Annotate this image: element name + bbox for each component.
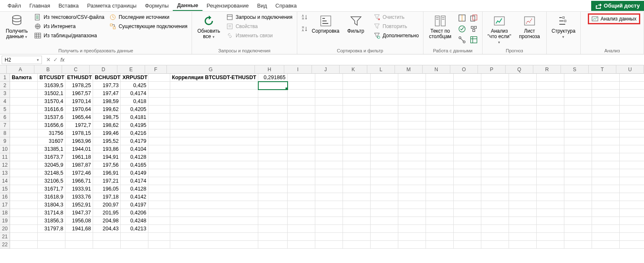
cell[interactable] [170,225,258,233]
cell[interactable] [426,185,454,193]
cell[interactable] [398,193,426,201]
cell[interactable] [454,113,481,121]
cell[interactable] [315,145,343,153]
cell[interactable] [10,121,38,129]
cell[interactable] [258,169,288,177]
cell[interactable] [10,241,38,249]
cell[interactable] [170,201,258,209]
cell[interactable] [537,129,564,137]
cell[interactable] [481,153,509,161]
cell[interactable] [148,201,170,209]
cell[interactable] [564,233,592,241]
cell[interactable] [288,129,315,137]
reapply-button[interactable]: Повторить [373,23,420,30]
forecast-sheet-button[interactable]: Лист прогноза [516,13,543,40]
cell[interactable] [315,233,343,241]
cell[interactable] [537,217,564,225]
cell[interactable] [315,106,343,113]
cell[interactable] [288,145,315,153]
cell[interactable] [258,113,288,121]
cell[interactable] [454,185,481,193]
cell[interactable] [620,169,644,177]
cell[interactable] [148,161,170,169]
cell[interactable] [481,241,509,249]
cell[interactable]: 0,4149 [121,169,148,177]
col-header[interactable]: C [62,65,90,74]
cell[interactable]: 0,4174 [121,90,148,98]
cell[interactable] [315,82,343,90]
cell[interactable] [121,241,148,249]
cell[interactable] [288,113,315,121]
cell[interactable] [564,74,592,82]
cell[interactable] [564,153,592,161]
cell[interactable] [620,121,644,129]
cancel-formula-icon[interactable]: ✕ [46,57,51,63]
cell[interactable] [343,241,371,249]
cell[interactable] [454,217,481,225]
cell[interactable]: 1952,91 [65,201,93,209]
cell[interactable]: 0,4128 [121,153,148,161]
cell[interactable] [148,241,170,249]
cell[interactable]: 1965,44 [65,113,93,121]
menu-tab-файл[interactable]: Файл [3,1,25,10]
cell[interactable] [93,233,121,241]
cell[interactable] [315,121,343,129]
row-header[interactable]: 7 [0,121,10,129]
row-header[interactable]: 12 [0,161,10,169]
cell[interactable]: 1947,37 [65,209,93,217]
cell[interactable] [398,225,426,233]
cell[interactable] [398,74,426,82]
cell[interactable]: 31385,1 [38,145,65,153]
cell[interactable]: 1961,18 [65,153,93,161]
cell[interactable] [537,169,564,177]
cell[interactable] [38,241,65,249]
cell[interactable] [620,129,644,137]
cell[interactable] [398,121,426,129]
cell[interactable] [315,113,343,121]
cell[interactable] [10,129,38,137]
cell[interactable] [371,113,398,121]
cell[interactable] [620,106,644,113]
cell[interactable] [426,82,454,90]
cell[interactable]: 1933,91 [65,185,93,193]
cell[interactable] [426,137,454,145]
cell[interactable] [481,177,509,185]
cell[interactable] [537,177,564,185]
cell[interactable] [592,113,620,121]
cell[interactable] [398,161,426,169]
sort-asc-button[interactable]: AЯ [301,13,309,21]
cell[interactable] [343,129,371,137]
cell[interactable] [315,137,343,145]
cell[interactable] [592,217,620,225]
cell[interactable] [620,145,644,153]
consolidate-button[interactable] [469,24,479,34]
cell[interactable] [10,90,38,98]
cell[interactable] [148,177,170,185]
cell[interactable]: 31618,9 [38,193,65,201]
cell[interactable]: 196,91 [93,169,121,177]
cell[interactable] [93,241,121,249]
cell[interactable] [592,169,620,177]
cell[interactable]: 31856,3 [38,217,65,225]
row-header[interactable]: 2 [0,82,10,90]
cell[interactable] [170,217,258,225]
row-header[interactable]: 18 [0,209,10,217]
cell[interactable] [620,201,644,209]
row-header[interactable]: 13 [0,169,10,177]
cell[interactable] [10,161,38,169]
cell[interactable] [170,161,258,169]
cell[interactable] [258,145,288,153]
from-web-button[interactable]: Из Интернета [34,23,105,30]
cell[interactable] [426,106,454,113]
cell[interactable] [315,169,343,177]
cell[interactable] [148,74,170,82]
cell[interactable] [371,74,398,82]
cell[interactable]: 197,47 [93,90,121,98]
cell[interactable]: 31537,6 [38,113,65,121]
cell[interactable] [592,209,620,217]
col-header[interactable]: U [616,65,644,74]
cell[interactable] [481,217,509,225]
cell[interactable]: BTCUSDT [38,74,65,82]
cell[interactable]: 0,4205 [121,106,148,113]
cell[interactable] [564,98,592,106]
